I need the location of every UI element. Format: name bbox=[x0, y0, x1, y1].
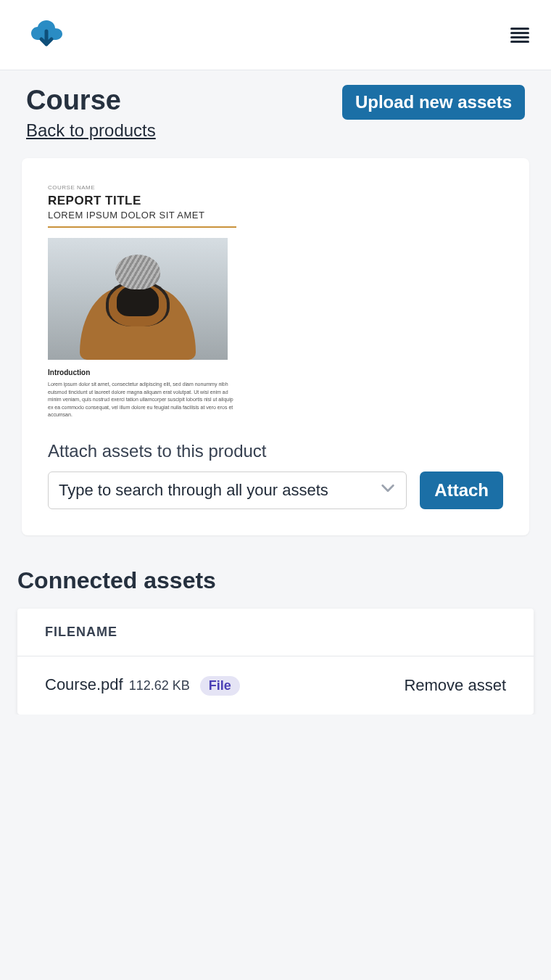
preview-subtitle: LOREM IPSUM DOLOR SIT AMET bbox=[48, 210, 236, 221]
attach-button[interactable]: Attach bbox=[420, 472, 503, 509]
upload-new-assets-button[interactable]: Upload new assets bbox=[342, 85, 525, 120]
asset-filesize: 112.62 KB bbox=[129, 678, 190, 693]
preview-intro-heading: Introduction bbox=[48, 368, 236, 376]
preview-title: REPORT TITLE bbox=[48, 194, 236, 208]
menu-icon[interactable] bbox=[510, 28, 529, 43]
attach-row: Attach bbox=[48, 472, 503, 509]
page-title: Course bbox=[26, 85, 156, 116]
asset-type-badge: File bbox=[200, 676, 240, 696]
remove-asset-link[interactable]: Remove asset bbox=[404, 676, 506, 695]
connected-assets-table: FILENAME Course.pdf 112.62 KB File Remov… bbox=[17, 609, 534, 715]
file-info: Course.pdf 112.62 KB File bbox=[45, 675, 240, 696]
logo bbox=[29, 15, 64, 54]
table-header: FILENAME bbox=[17, 609, 534, 656]
preview-image bbox=[48, 238, 228, 360]
asset-search-box[interactable] bbox=[48, 472, 407, 509]
preview-divider bbox=[48, 226, 236, 228]
asset-filename: Course.pdf bbox=[45, 675, 123, 694]
page-header: Course Back to products Upload new asset… bbox=[0, 70, 551, 158]
connected-assets-title: Connected assets bbox=[17, 567, 534, 594]
document-preview: COURSE NAME REPORT TITLE LOREM IPSUM DOL… bbox=[48, 184, 236, 419]
table-row: Course.pdf 112.62 KB File Remove asset bbox=[17, 656, 534, 715]
asset-search-input[interactable] bbox=[59, 481, 380, 500]
preview-intro-body: Lorem ipsum dolor sit amet, consectetur … bbox=[48, 381, 236, 419]
preview-meta: COURSE NAME bbox=[48, 184, 236, 191]
cloud-download-icon bbox=[29, 15, 64, 54]
chevron-down-icon bbox=[380, 480, 396, 500]
attach-label: Attach assets to this product bbox=[48, 441, 503, 461]
product-card: COURSE NAME REPORT TITLE LOREM IPSUM DOL… bbox=[22, 158, 529, 535]
column-filename: FILENAME bbox=[45, 625, 117, 639]
topbar bbox=[0, 0, 551, 70]
back-to-products-link[interactable]: Back to products bbox=[26, 120, 156, 140]
